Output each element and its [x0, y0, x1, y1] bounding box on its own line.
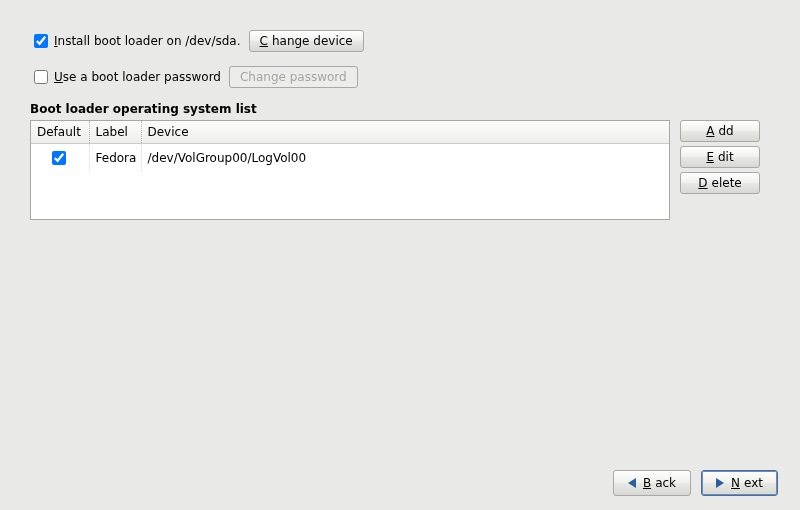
- bootloader-config-panel: Install boot loader on /dev/sda. Change …: [0, 0, 800, 510]
- row-device-cell: /dev/VolGroup00/LogVol00: [141, 144, 669, 173]
- use-password-checkbox[interactable]: [34, 70, 48, 84]
- use-password-row: Use a boot loader password Change passwo…: [30, 66, 770, 88]
- os-list-area: Default Label Device Fedora /dev/VolGrou…: [30, 120, 770, 220]
- table-row[interactable]: Fedora /dev/VolGroup00/LogVol00: [31, 144, 669, 173]
- os-list-title: Boot loader operating system list: [30, 102, 770, 116]
- delete-button[interactable]: Delete: [680, 172, 760, 194]
- os-table-header: Default Label Device: [31, 121, 669, 144]
- os-table[interactable]: Default Label Device Fedora /dev/VolGrou…: [30, 120, 670, 220]
- edit-button[interactable]: Edit: [680, 146, 760, 168]
- col-header-label[interactable]: Label: [89, 121, 141, 144]
- change-password-button: Change password: [229, 66, 358, 88]
- row-label-cell: Fedora: [89, 144, 141, 173]
- install-bootloader-label: Install boot loader on /dev/sda.: [54, 34, 241, 48]
- use-password-label: Use a boot loader password: [54, 70, 221, 84]
- col-header-default[interactable]: Default: [31, 121, 89, 144]
- change-device-button[interactable]: Change device: [249, 30, 364, 52]
- next-button[interactable]: Next: [701, 470, 778, 496]
- wizard-footer: Back Next: [613, 470, 778, 496]
- add-button[interactable]: Add: [680, 120, 760, 142]
- row-default-cell: [31, 144, 89, 173]
- arrow-right-icon: [716, 478, 724, 488]
- back-button[interactable]: Back: [613, 470, 691, 496]
- row-default-checkbox[interactable]: [52, 151, 66, 165]
- arrow-left-icon: [628, 478, 636, 488]
- install-bootloader-checkbox[interactable]: [34, 34, 48, 48]
- col-header-device[interactable]: Device: [141, 121, 669, 144]
- install-bootloader-row: Install boot loader on /dev/sda. Change …: [30, 30, 770, 52]
- os-side-buttons: Add Edit Delete: [680, 120, 760, 194]
